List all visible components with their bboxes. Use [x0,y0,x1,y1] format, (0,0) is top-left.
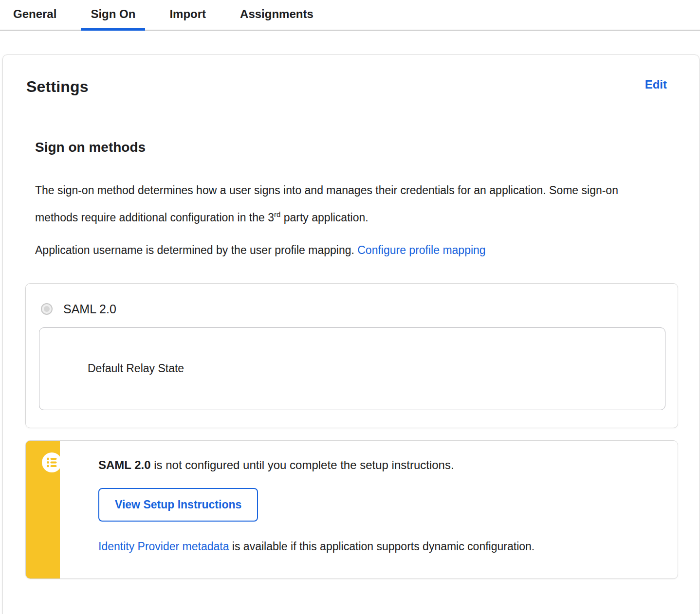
sign-on-methods-heading: Sign on methods [35,140,676,155]
caution-message-text: is not configured until you complete the… [151,458,454,471]
saml-radio-label: SAML 2.0 [63,302,116,316]
default-relay-state-label: Default Relay State [88,362,184,375]
identity-provider-metadata-link[interactable]: Identity Provider metadata [98,540,229,553]
tab-general[interactable]: General [3,0,66,31]
radio-dot-icon [44,306,50,312]
tab-sign-on[interactable]: Sign On [81,0,145,31]
settings-card: Settings Edit Sign on methods The sign-o… [2,54,700,614]
edit-link[interactable]: Edit [645,78,667,91]
tab-assignments[interactable]: Assignments [230,0,323,31]
sign-on-method-description: The sign-on method determines how a user… [35,179,634,230]
view-setup-instructions-button[interactable]: View Setup Instructions [98,488,258,522]
saml-caution-callout: SAML 2.0 is not configured until you com… [25,440,678,579]
caution-message: SAML 2.0 is not configured until you com… [98,457,658,473]
sign-on-methods-section: Sign on methods The sign-on method deter… [3,140,699,260]
caution-app-name: SAML 2.0 [98,458,151,471]
metadata-note: Identity Provider metadata is available … [98,540,658,553]
metadata-note-text: is available if this application support… [229,540,534,553]
username-mapping-text: Application username is determined by th… [35,244,357,256]
description-superscript: rd [274,210,280,218]
tab-import[interactable]: Import [160,0,216,31]
page-title: Settings [26,78,89,96]
caution-callout-body: SAML 2.0 is not configured until you com… [60,441,678,553]
saml-radio-button[interactable] [41,303,53,315]
saml-radio-row: SAML 2.0 [26,284,678,316]
app-tab-bar: General Sign On Import Assignments [0,0,700,31]
settings-card-header: Settings Edit [3,78,699,96]
configure-profile-mapping-link[interactable]: Configure profile mapping [357,244,485,256]
saml-method-box: SAML 2.0 Default Relay State [25,283,678,428]
default-relay-state-box: Default Relay State [39,327,665,410]
username-mapping-note: Application username is determined by th… [35,240,676,260]
bulleted-list-icon [42,452,62,472]
description-tail: party application. [280,211,368,224]
